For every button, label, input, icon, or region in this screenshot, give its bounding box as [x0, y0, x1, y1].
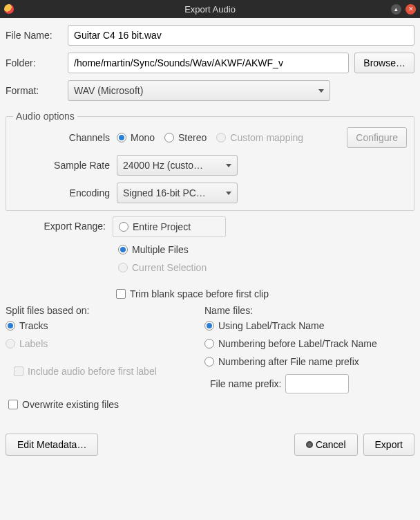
channels-mono[interactable]: Mono — [117, 132, 155, 143]
name-num-after[interactable]: Numbering after File name prefix — [204, 356, 414, 367]
edit-metadata-button[interactable]: Edit Metadata… — [6, 434, 98, 456]
export-range-label: Export Range: — [6, 216, 113, 280]
export-range-entire[interactable]: Entire Project — [113, 216, 226, 237]
channels-stereo[interactable]: Stereo — [164, 132, 207, 143]
file-name-input[interactable] — [68, 25, 414, 46]
browse-button[interactable]: Browse… — [354, 53, 414, 73]
checkbox-icon — [8, 400, 18, 409]
configure-button[interactable]: Configure — [347, 127, 407, 148]
split-header: Split files based on: — [6, 305, 199, 316]
export-range-current: Current Selection — [118, 262, 226, 273]
radio-icon — [204, 321, 214, 331]
radio-icon — [6, 339, 15, 349]
title-bar: Export Audio ▴ ✕ — [0, 0, 420, 18]
include-audio-check: Include audio before first label — [14, 366, 199, 377]
export-range-multiple[interactable]: Multiple Files — [118, 244, 226, 255]
checkbox-icon — [14, 366, 23, 376]
channels-custom-label: Custom mapping — [230, 132, 303, 143]
cancel-label: Cancel — [316, 439, 346, 450]
radio-icon — [119, 222, 128, 232]
sample-rate-value: 24000 Hz (custo… — [123, 160, 220, 171]
sample-rate-combo[interactable]: 24000 Hz (custo… — [117, 155, 238, 176]
sample-rate-label: Sample Rate — [13, 160, 117, 171]
export-button[interactable]: Export — [363, 434, 414, 456]
entire-project-label: Entire Project — [133, 221, 191, 232]
radio-icon — [216, 133, 226, 142]
app-icon — [4, 4, 14, 14]
overwrite-label: Overwrite existing files — [22, 399, 119, 410]
format-label: Format: — [6, 85, 68, 96]
radio-icon — [117, 133, 126, 142]
channels-stereo-label: Stereo — [178, 132, 207, 143]
folder-label: Folder: — [6, 57, 68, 68]
encoding-combo[interactable]: Signed 16-bit PC… — [117, 183, 238, 203]
name-using-label[interactable]: Using Label/Track Name — [204, 320, 414, 331]
chevron-down-icon — [226, 192, 231, 195]
num-before-label: Numbering before Label/Track Name — [218, 338, 377, 349]
format-value: WAV (Microsoft) — [74, 85, 313, 96]
trim-checkbox-row[interactable]: Trim blank space before first clip — [116, 288, 414, 299]
multiple-files-label: Multiple Files — [132, 244, 189, 255]
channels-mono-label: Mono — [131, 132, 155, 143]
file-name-label: File Name: — [6, 30, 68, 41]
close-button[interactable]: ✕ — [405, 4, 416, 15]
encoding-label: Encoding — [13, 187, 117, 198]
checkbox-icon — [116, 289, 126, 299]
num-after-label: Numbering after File name prefix — [218, 356, 359, 367]
minimize-button[interactable]: ▴ — [391, 4, 401, 15]
audio-options-legend: Audio options — [13, 111, 77, 122]
labels-option-label: Labels — [19, 338, 48, 349]
current-selection-label: Current Selection — [132, 262, 207, 273]
radio-icon — [204, 339, 214, 349]
channels-custom: Custom mapping — [216, 132, 303, 143]
radio-icon — [118, 263, 128, 272]
name-files-header: Name files: — [204, 305, 414, 316]
dialog-body: File Name: Folder: Browse… Format: WAV (… — [0, 18, 420, 461]
radio-icon — [118, 245, 128, 254]
cancel-button[interactable]: Cancel — [294, 434, 358, 456]
radio-icon — [164, 133, 174, 142]
tracks-label: Tracks — [19, 320, 48, 331]
using-label-text: Using Label/Track Name — [218, 320, 325, 331]
split-labels: Labels — [6, 338, 199, 349]
window-title: Export Audio — [0, 4, 420, 15]
radio-icon — [204, 357, 214, 366]
chevron-down-icon — [226, 164, 231, 167]
audio-options-group: Audio options Channels Mono Stereo Custo… — [6, 111, 414, 211]
include-audio-label: Include audio before first label — [28, 366, 157, 377]
chevron-down-icon — [318, 89, 324, 93]
format-combo[interactable]: WAV (Microsoft) — [68, 80, 330, 101]
trim-label: Trim blank space before first clip — [130, 288, 269, 299]
prefix-label: File name prefix: — [210, 378, 281, 389]
radio-icon — [6, 321, 15, 331]
split-tracks[interactable]: Tracks — [6, 320, 199, 331]
cancel-icon — [306, 441, 313, 448]
folder-input[interactable] — [68, 53, 349, 73]
encoding-value: Signed 16-bit PC… — [123, 187, 220, 198]
name-num-before[interactable]: Numbering before Label/Track Name — [204, 338, 414, 349]
overwrite-check-row[interactable]: Overwrite existing files — [8, 399, 414, 410]
channels-label: Channels — [13, 132, 117, 143]
prefix-input[interactable] — [285, 374, 349, 393]
